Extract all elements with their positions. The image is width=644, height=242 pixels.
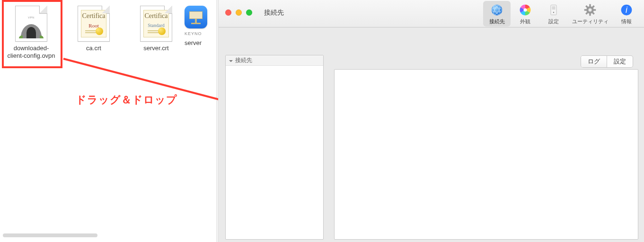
file-label: server bbox=[185, 39, 202, 47]
cert-heading: Certifica bbox=[144, 12, 168, 20]
toolbar-label: 外観 bbox=[520, 18, 530, 25]
disclosure-triangle-icon[interactable] bbox=[229, 58, 233, 63]
sidebar-header[interactable]: 接続先 bbox=[226, 55, 323, 66]
svg-point-18 bbox=[589, 9, 592, 12]
log-area[interactable] bbox=[334, 69, 638, 240]
info-icon: i bbox=[620, 3, 633, 17]
annotation-text: ドラッグ＆ドロップ bbox=[76, 93, 177, 107]
svg-rect-11 bbox=[589, 13, 591, 16]
svg-point-8 bbox=[553, 12, 554, 13]
finder-icon-grid: VPN downloaded- client-config.ovpn Certi… bbox=[0, 0, 217, 71]
main-panel: ログ 設定 bbox=[334, 55, 644, 242]
window-controls bbox=[225, 9, 252, 16]
preferences-body: 接続先 ログ 設定 bbox=[219, 27, 644, 242]
ovpn-file-icon: VPN bbox=[15, 6, 47, 42]
file-item-ca-crt[interactable]: Certifica Root ca.crt bbox=[62, 6, 125, 52]
segmented-control: ログ 設定 bbox=[581, 56, 633, 67]
toolbar-tab-appearance[interactable]: 外観 bbox=[512, 1, 539, 27]
svg-rect-7 bbox=[552, 6, 556, 9]
toolbar-label: 設定 bbox=[548, 18, 559, 25]
toolbar: 接続先 外観 bbox=[483, 1, 640, 27]
switch-icon bbox=[547, 3, 560, 17]
seal-icon bbox=[96, 27, 103, 35]
toolbar-tab-info[interactable]: i 情報 bbox=[613, 1, 640, 27]
titlebar: 接続先 bbox=[219, 0, 644, 27]
horizontal-scrollbar[interactable] bbox=[3, 233, 97, 237]
svg-rect-12 bbox=[584, 9, 587, 11]
sidebar-header-label: 接続先 bbox=[235, 56, 252, 64]
svg-point-1 bbox=[492, 5, 503, 16]
seg-tab-log[interactable]: ログ bbox=[581, 56, 607, 67]
svg-point-5 bbox=[524, 9, 527, 12]
keynote-app-icon bbox=[185, 6, 207, 28]
color-wheel-icon bbox=[519, 3, 532, 17]
zoom-button[interactable] bbox=[246, 9, 252, 16]
file-label-truncated: KEYNO bbox=[185, 31, 202, 36]
minimize-button[interactable] bbox=[236, 9, 242, 16]
window-title: 接続先 bbox=[264, 9, 284, 17]
globe-network-icon bbox=[490, 3, 503, 17]
seal-icon bbox=[158, 27, 166, 35]
toolbar-label: ユーティリティ bbox=[572, 18, 609, 25]
toolbar-tab-connections[interactable]: 接続先 bbox=[483, 1, 511, 27]
svg-rect-13 bbox=[593, 9, 596, 11]
cert-file-icon: Certifica Standard bbox=[140, 6, 172, 42]
tunnel-icon bbox=[21, 24, 42, 38]
ovpn-tag: VPN bbox=[28, 16, 35, 19]
connections-sidebar[interactable]: 接続先 bbox=[225, 55, 324, 240]
cert-subline: Root bbox=[81, 23, 106, 28]
file-item-server-crt[interactable]: Certifica Standard server.crt bbox=[125, 6, 187, 52]
cert-subline: Standard bbox=[144, 23, 168, 28]
toolbar-label: 接続先 bbox=[489, 18, 505, 25]
gear-icon bbox=[583, 3, 597, 17]
toolbar-label: 情報 bbox=[621, 18, 632, 25]
svg-rect-10 bbox=[589, 4, 591, 7]
file-label: server.crt bbox=[143, 45, 168, 52]
toolbar-tab-utility[interactable]: ユーティリティ bbox=[568, 1, 612, 27]
preferences-window: 接続先 bbox=[218, 0, 644, 242]
cert-file-icon: Certifica Root bbox=[78, 6, 110, 42]
close-button[interactable] bbox=[225, 9, 231, 16]
file-item-ovpn[interactable]: VPN downloaded- client-config.ovpn bbox=[0, 6, 62, 59]
cert-heading: Certifica bbox=[81, 12, 106, 20]
finder-window: VPN downloaded- client-config.ovpn Certi… bbox=[0, 0, 217, 242]
file-label: ca.crt bbox=[86, 45, 101, 52]
file-label: downloaded- client-config.ovpn bbox=[7, 45, 55, 59]
seg-tab-settings[interactable]: 設定 bbox=[607, 56, 633, 67]
file-item-keynote[interactable]: KEYNO server bbox=[185, 6, 215, 46]
toolbar-tab-settings[interactable]: 設定 bbox=[540, 1, 567, 27]
